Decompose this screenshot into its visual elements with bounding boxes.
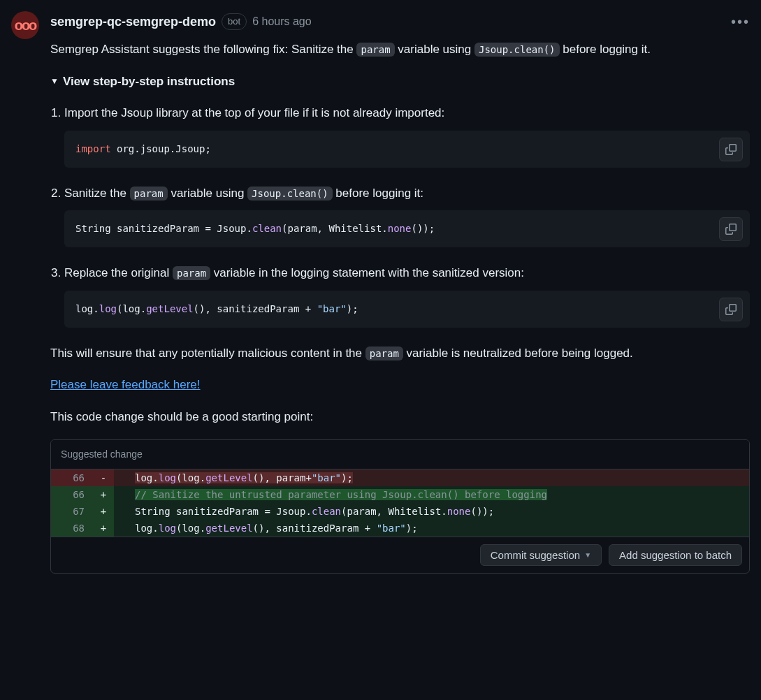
copy-button[interactable] <box>719 298 743 321</box>
commit-suggestion-button[interactable]: Commit suggestion ▼ <box>480 544 602 566</box>
copy-icon <box>725 304 737 315</box>
copy-button[interactable] <box>719 138 743 161</box>
line-number: 67 <box>51 503 93 520</box>
code-block: import org.jsoup.Jsoup; <box>64 131 750 168</box>
feedback-paragraph: Please leave feedback here! <box>50 376 750 394</box>
inline-code: Jsoup.clean() <box>247 187 333 200</box>
copy-button[interactable] <box>719 217 743 241</box>
outro-text: This will ensure that any potentially ma… <box>50 344 750 363</box>
list-item: Import the Jsoup library at the top of y… <box>64 104 750 168</box>
diff-sign: - <box>93 469 114 486</box>
comment-container: ooo semgrep-qc-semgrep-demo bot 6 hours … <box>11 11 750 574</box>
details-toggle[interactable]: ▼ View step-by-step instructions <box>50 73 750 91</box>
diff-line-addition: 67 + String sanitizedParam = Jsoup.clean… <box>51 503 749 520</box>
copy-icon <box>725 144 737 155</box>
bot-badge: bot <box>222 13 247 30</box>
inline-code: param <box>356 43 394 57</box>
diff-line-addition: 66 + // Sanitize the untrusted parameter… <box>51 486 749 503</box>
comment-body: semgrep-qc-semgrep-demo bot 6 hours ago … <box>50 11 750 574</box>
avatar[interactable]: ooo <box>11 11 39 39</box>
line-number: 68 <box>51 520 93 537</box>
inline-code: param <box>130 187 168 200</box>
semgrep-logo-icon: ooo <box>15 15 36 36</box>
kebab-menu-icon[interactable]: ••• <box>731 11 750 32</box>
diff-line-addition: 68 + log.log(log.getLevel(), sanitizedPa… <box>51 520 749 537</box>
author-name[interactable]: semgrep-qc-semgrep-demo <box>50 13 216 31</box>
diff-code: String sanitizedParam = Jsoup.clean(para… <box>114 503 749 520</box>
list-item: Sanitize the param variable using Jsoup.… <box>64 184 750 248</box>
line-number: 66 <box>51 486 93 503</box>
diff-code: // Sanitize the untrusted parameter usin… <box>114 486 749 503</box>
suggested-change: Suggested change 66 - log.log(log.getLev… <box>50 439 750 574</box>
diff-actions: Commit suggestion ▼ Add suggestion to ba… <box>51 537 749 573</box>
caret-down-icon: ▼ <box>584 551 591 559</box>
inline-code: param <box>173 266 210 280</box>
diff-code: log.log(log.getLevel(), sanitizedParam +… <box>114 520 749 537</box>
feedback-link[interactable]: Please leave feedback here! <box>50 378 201 391</box>
instructions-list: Import the Jsoup library at the top of y… <box>50 104 750 328</box>
inline-code: param <box>365 347 403 360</box>
code-block: String sanitizedParam = Jsoup.clean(para… <box>64 210 750 247</box>
timestamp[interactable]: 6 hours ago <box>252 13 312 30</box>
code-content: import org.jsoup.Jsoup; <box>75 142 739 156</box>
list-item: Replace the original param variable in t… <box>64 264 750 328</box>
caret-down-icon: ▼ <box>50 75 59 87</box>
diff-code: log.log(log.getLevel(), param+"bar"); <box>114 469 749 486</box>
diff-line-deletion: 66 - log.log(log.getLevel(), param+"bar"… <box>51 469 749 486</box>
diff-sign: + <box>93 520 114 537</box>
copy-icon <box>725 224 737 235</box>
diff-sign: + <box>93 486 114 503</box>
starting-point-text: This code change should be a good starti… <box>50 408 750 426</box>
code-block: log.log(log.getLevel(), sanitizedParam +… <box>64 291 750 328</box>
code-content: log.log(log.getLevel(), sanitizedParam +… <box>75 302 739 316</box>
intro-text: Semgrep Assistant suggests the following… <box>50 41 750 59</box>
line-number: 66 <box>51 469 93 486</box>
code-content: String sanitizedParam = Jsoup.clean(para… <box>75 221 739 236</box>
details-title: View step-by-step instructions <box>63 73 235 91</box>
comment-header: semgrep-qc-semgrep-demo bot 6 hours ago … <box>50 11 750 32</box>
add-to-batch-button[interactable]: Add suggestion to batch <box>609 544 742 566</box>
diff-header: Suggested change <box>51 440 749 469</box>
inline-code: Jsoup.clean() <box>474 43 560 57</box>
diff-sign: + <box>93 503 114 520</box>
